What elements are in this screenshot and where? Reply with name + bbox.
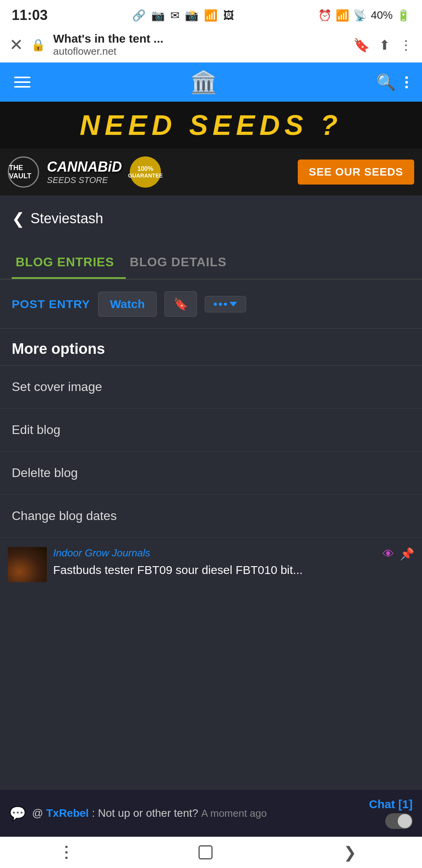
dropdown-item-change-dates[interactable]: Change blog dates — [0, 495, 422, 537]
tab-blog-entries[interactable]: BLOG ENTRIES — [12, 247, 126, 279]
page-content: ❮ Steviestash BLOG ENTRIES BLOG DETAILS … — [0, 195, 422, 868]
vault-circle-icon: THE VAULT — [8, 156, 39, 188]
nav-bar: 🏛️ 🔍 — [0, 63, 422, 102]
vault-logo: THE VAULT — [8, 156, 39, 188]
nfc-icon: 📶 — [204, 9, 218, 22]
blog-entry-title[interactable]: Fastbuds tester FBT09 sour diesel FBT010… — [53, 562, 376, 577]
see-seeds-button[interactable]: SEE OUR SEEDS — [298, 160, 414, 185]
chat-message-text: : Not up or other tent? — [92, 807, 198, 819]
chat-toggle-knob — [398, 814, 412, 828]
browser-close-button[interactable]: ✕ — [9, 35, 23, 54]
blog-entry-preview: Indoor Grow Journals Fastbuds tester FBT… — [0, 537, 422, 592]
alarm-icon: ⏰ — [318, 9, 332, 22]
dropdown-menu: More options Set cover image Edit blog D… — [0, 328, 422, 537]
dropdown-item-delete-blog[interactable]: Delelte blog — [0, 452, 422, 495]
share-icon[interactable]: ⬆ — [379, 37, 390, 53]
mail-icon: ✉ — [170, 9, 179, 22]
ad-banner[interactable]: NEED SEEDS ? THE VAULT CANNABiD SEEDS ST… — [0, 102, 422, 195]
hamburger-menu-button[interactable] — [14, 77, 30, 88]
status-right: ⏰ 📶 📡 40% 🔋 — [318, 9, 410, 22]
ad-headline: NEED SEEDS ? — [80, 109, 342, 141]
chevron-down-icon — [229, 302, 237, 307]
battery-icon: 🔋 — [397, 9, 410, 22]
browser-title-block: What's in the tent ... autoflower.net — [53, 32, 345, 57]
signal-icon: 📡 — [353, 9, 367, 22]
chat-time: A moment ago — [201, 807, 267, 819]
action-row: POST ENTRY Watch 🔖 — [0, 280, 422, 328]
menu-lines-icon — [65, 846, 68, 859]
gallery-icon: 🖼 — [223, 9, 234, 22]
chat-username[interactable]: TxRebel — [46, 807, 89, 819]
pin-icon: 📌 — [400, 547, 414, 561]
eye-icon: 👁 — [383, 547, 394, 561]
post-entry-button[interactable]: POST ENTRY — [12, 298, 90, 311]
chat-at-symbol: @ — [32, 807, 46, 819]
chat-bar: 💬 @ TxRebel : Not up or other tent? A mo… — [0, 789, 422, 837]
bottom-nav: ❯ — [0, 837, 422, 868]
lock-icon: 🔒 — [31, 38, 45, 52]
blog-entry-icons: 👁 📌 — [383, 547, 414, 561]
wifi-icon: 📶 — [336, 9, 349, 22]
watch-button[interactable]: Watch — [98, 292, 157, 317]
nav-overflow-icon[interactable] — [405, 76, 408, 88]
store-text: SEEDS STORE — [47, 175, 122, 185]
vault-label: THE VAULT — [9, 164, 38, 180]
chevron-right-icon: ❯ — [343, 843, 357, 861]
browser-actions: 🔖 ⬆ ⋮ — [353, 37, 413, 53]
site-logo: 🏛️ — [190, 69, 217, 95]
camera-icon: 📸 — [185, 9, 198, 22]
status-bar: 11:03 🔗 📷 ✉ 📸 📶 🖼 ⏰ 📶 📡 40% 🔋 — [0, 0, 422, 27]
watch-label: Watch — [110, 298, 145, 311]
browser-title: What's in the tent ... — [53, 32, 345, 45]
browser-url: autoflower.net — [53, 45, 345, 57]
cannabid-block: CANNABiD SEEDS STORE — [47, 159, 122, 185]
more-options-button[interactable] — [205, 296, 246, 312]
ad-bottom: THE VAULT CANNABiD SEEDS STORE 100% GUAR… — [0, 149, 422, 195]
back-arrow-icon: ❮ — [12, 210, 25, 228]
guarantee-badge: 100% GUARANTEE — [130, 156, 161, 188]
ad-top: NEED SEEDS ? — [0, 102, 422, 149]
tab-blog-details[interactable]: BLOG DETAILS — [126, 247, 238, 279]
status-time: 11:03 — [12, 7, 48, 23]
bookmark-icon-btn: 🔖 — [173, 297, 188, 311]
search-icon[interactable]: 🔍 — [376, 73, 396, 91]
blog-thumb-image — [8, 547, 47, 582]
blog-content: Indoor Grow Journals Fastbuds tester FBT… — [53, 547, 376, 577]
nav-right-actions: 🔍 — [376, 73, 408, 91]
nav-forward-button[interactable]: ❯ — [343, 843, 357, 861]
overflow-menu-icon[interactable]: ⋮ — [399, 37, 413, 53]
instagram-icon: 📷 — [151, 9, 165, 22]
battery-text: 40% — [371, 9, 393, 22]
bookmark-icon[interactable]: 🔖 — [353, 37, 370, 53]
dropdown-header: More options — [0, 329, 422, 365]
chat-bubble-icon: 💬 — [9, 805, 26, 821]
status-icons: 🔗 📷 ✉ 📸 📶 🖼 — [132, 9, 234, 22]
cannabid-name: CANNABiD — [47, 159, 122, 175]
dropdown-item-set-cover[interactable]: Set cover image — [0, 366, 422, 409]
nav-home-button[interactable] — [198, 845, 213, 859]
more-dots-icon — [214, 303, 227, 306]
tabs-container: BLOG ENTRIES BLOG DETAILS — [0, 247, 422, 280]
browser-bar: ✕ 🔒 What's in the tent ... autoflower.ne… — [0, 27, 422, 63]
back-nav[interactable]: ❮ Steviestash — [0, 195, 422, 235]
home-square-icon — [198, 845, 213, 859]
blog-thumbnail — [8, 547, 47, 582]
chat-toggle[interactable] — [385, 813, 413, 829]
dropdown-item-edit-blog[interactable]: Edit blog — [0, 409, 422, 452]
nav-back-button[interactable] — [65, 846, 68, 859]
blog-category-link[interactable]: Indoor Grow Journals — [53, 547, 376, 559]
chat-label[interactable]: Chat [1] — [369, 798, 413, 811]
back-label: Steviestash — [30, 210, 103, 227]
chat-message: @ TxRebel : Not up or other tent? A mome… — [32, 807, 363, 820]
chat-right: Chat [1] — [369, 798, 413, 829]
bookmark-button[interactable]: 🔖 — [165, 291, 197, 317]
link-icon: 🔗 — [132, 9, 146, 22]
